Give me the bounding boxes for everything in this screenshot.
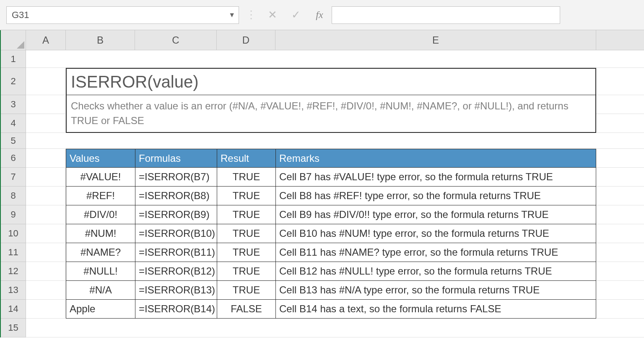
cell-D10[interactable]: TRUE — [217, 224, 275, 243]
cell-E14[interactable]: Cell B14 has a text, so the formula retu… — [275, 300, 596, 319]
cell-A7[interactable] — [26, 168, 66, 187]
description-cell[interactable]: Checks whether a value is an error (#N/A… — [66, 95, 596, 133]
row-header-11[interactable]: 11 — [1, 243, 26, 262]
name-box[interactable]: G31 ▼ — [6, 6, 239, 24]
cell-E11[interactable]: Cell B11 has #NAME? type error, so the f… — [275, 243, 596, 262]
row-header-5[interactable]: 5 — [1, 133, 26, 149]
cell-F12[interactable] — [596, 262, 644, 281]
cell-B11[interactable]: #NAME? — [66, 243, 135, 262]
cell-E8[interactable]: Cell B8 has #REF! type error, so the for… — [275, 187, 596, 205]
cell-C14[interactable]: =ISERROR(B14) — [135, 300, 217, 319]
row-header-13[interactable]: 13 — [1, 281, 26, 300]
enter-icon: ✓ — [287, 6, 305, 24]
svg-marker-0 — [17, 41, 24, 49]
cell-D9[interactable]: TRUE — [217, 205, 275, 224]
cell-E12[interactable]: Cell B12 has #NULL! type error, so the f… — [275, 262, 596, 281]
cell-B14[interactable]: Apple — [66, 300, 135, 319]
fx-icon[interactable]: fx — [310, 6, 329, 24]
cell-A2[interactable] — [26, 68, 66, 95]
cancel-icon: ✕ — [263, 6, 282, 24]
cell-C9[interactable]: =ISERROR(B9) — [135, 205, 217, 224]
select-all-triangle-icon — [17, 41, 24, 49]
table-header-formulas[interactable]: Formulas — [135, 149, 217, 168]
col-header-E[interactable]: E — [275, 30, 596, 50]
cell-D8[interactable]: TRUE — [217, 187, 275, 205]
spreadsheet-grid: A B C D E 1 2 ISERROR(value) 3 Checks wh… — [0, 30, 644, 337]
cell-E9[interactable]: Cell B9 has #DIV/0!! type error, so the … — [275, 205, 596, 224]
cell-A4[interactable] — [26, 114, 66, 133]
cell-A14[interactable] — [26, 300, 66, 319]
cell-B8[interactable]: #REF! — [66, 187, 135, 205]
col-header-A[interactable]: A — [26, 30, 66, 50]
row-header-6[interactable]: 6 — [1, 149, 26, 168]
row-header-9[interactable]: 9 — [1, 205, 26, 224]
cell-C13[interactable]: =ISERROR(B13) — [135, 281, 217, 300]
cell-C8[interactable]: =ISERROR(B8) — [135, 187, 217, 205]
cell-F7[interactable] — [596, 168, 644, 187]
cell-F13[interactable] — [596, 281, 644, 300]
table-header-values[interactable]: Values — [66, 149, 135, 168]
row-header-2[interactable]: 2 — [1, 68, 26, 95]
cell-A8[interactable] — [26, 187, 66, 205]
cell-A11[interactable] — [26, 243, 66, 262]
cell-A1[interactable] — [26, 50, 644, 68]
cell-E7[interactable]: Cell B7 has #VALUE! type error, so the f… — [275, 168, 596, 187]
title-cell[interactable]: ISERROR(value) — [66, 68, 596, 95]
col-header-B[interactable]: B — [66, 30, 135, 50]
col-header-C[interactable]: C — [135, 30, 217, 50]
cell-A10[interactable] — [26, 224, 66, 243]
cell-D13[interactable]: TRUE — [217, 281, 275, 300]
cell-C10[interactable]: =ISERROR(B10) — [135, 224, 217, 243]
formula-input[interactable] — [332, 6, 560, 24]
cell-C7[interactable]: =ISERROR(B7) — [135, 168, 217, 187]
row-header-7[interactable]: 7 — [1, 168, 26, 187]
cell-F6[interactable] — [596, 149, 644, 168]
cell-F3[interactable] — [596, 95, 644, 114]
cell-B12[interactable]: #NULL! — [66, 262, 135, 281]
cell-F2[interactable] — [596, 68, 644, 95]
cell-A9[interactable] — [26, 205, 66, 224]
cell-A3[interactable] — [26, 95, 66, 114]
cell-D12[interactable]: TRUE — [217, 262, 275, 281]
cell-C12[interactable]: =ISERROR(B12) — [135, 262, 217, 281]
col-header-blank[interactable] — [596, 30, 644, 50]
cell-F11[interactable] — [596, 243, 644, 262]
name-box-dropdown-icon[interactable]: ▼ — [229, 11, 235, 19]
name-box-value: G31 — [12, 10, 29, 21]
row-header-4[interactable]: 4 — [1, 114, 26, 133]
table-header-result[interactable]: Result — [217, 149, 275, 168]
cell-C11[interactable]: =ISERROR(B11) — [135, 243, 217, 262]
cell-F4[interactable] — [596, 114, 644, 133]
formula-bar-divider: ⋮ — [244, 8, 258, 21]
cell-A6[interactable] — [26, 149, 66, 168]
cell-A15[interactable] — [26, 319, 644, 337]
cell-B10[interactable]: #NUM! — [66, 224, 135, 243]
formula-bar: G31 ▼ ⋮ ✕ ✓ fx — [0, 0, 644, 30]
cell-F14[interactable] — [596, 300, 644, 319]
cell-B9[interactable]: #DIV/0! — [66, 205, 135, 224]
cell-D11[interactable]: TRUE — [217, 243, 275, 262]
cell-D14[interactable]: FALSE — [217, 300, 275, 319]
row-header-14[interactable]: 14 — [1, 300, 26, 319]
row-header-15[interactable]: 15 — [1, 319, 26, 337]
table-header-remarks[interactable]: Remarks — [275, 149, 596, 168]
cell-A13[interactable] — [26, 281, 66, 300]
cell-B7[interactable]: #VALUE! — [66, 168, 135, 187]
cell-F8[interactable] — [596, 187, 644, 205]
cell-D7[interactable]: TRUE — [217, 168, 275, 187]
row-header-10[interactable]: 10 — [1, 224, 26, 243]
cell-E13[interactable]: Cell B13 has #N/A type error, so the for… — [275, 281, 596, 300]
cell-A12[interactable] — [26, 262, 66, 281]
row-header-12[interactable]: 12 — [1, 262, 26, 281]
row-header-1[interactable]: 1 — [1, 50, 26, 68]
select-all-corner[interactable] — [1, 30, 26, 50]
row-header-3[interactable]: 3 — [1, 95, 26, 114]
cell-E10[interactable]: Cell B10 has #NUM! type error, so the fo… — [275, 224, 596, 243]
cell-F10[interactable] — [596, 224, 644, 243]
cell-F9[interactable] — [596, 205, 644, 224]
col-header-D[interactable]: D — [217, 30, 275, 50]
cell-B13[interactable]: #N/A — [66, 281, 135, 300]
cell-A5[interactable] — [26, 133, 644, 149]
row-header-8[interactable]: 8 — [1, 187, 26, 205]
